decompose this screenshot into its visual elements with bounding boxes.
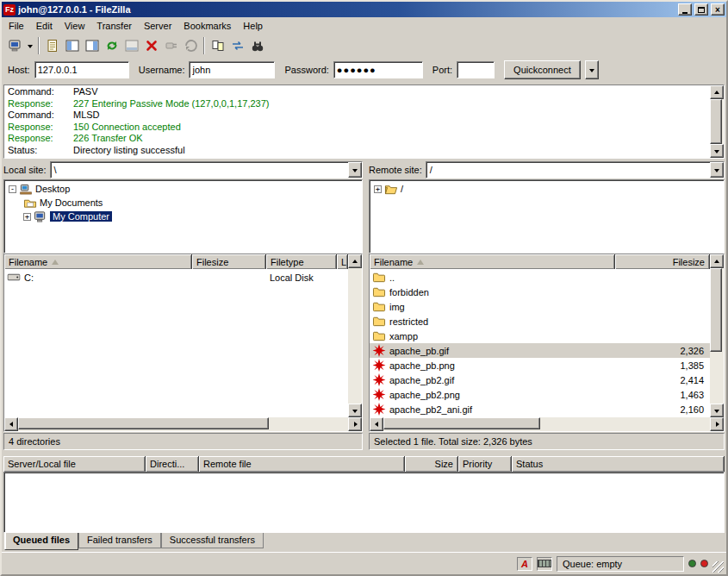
scroll-track[interactable] [18, 417, 348, 431]
disconnect-icon[interactable] [161, 36, 181, 55]
scroll-right-button[interactable] [710, 417, 724, 431]
combo-dropdown-button[interactable] [348, 162, 362, 178]
host-input[interactable] [34, 61, 129, 78]
image-file-icon [372, 344, 386, 357]
port-label: Port: [432, 65, 452, 75]
menu-view[interactable]: View [59, 18, 91, 34]
column-header-filetype[interactable]: Filetype [266, 254, 337, 269]
scroll-left-button[interactable] [370, 417, 383, 431]
reconnect-icon[interactable] [181, 36, 201, 55]
local-list-header: Filename Filesize Filetype L [4, 254, 348, 269]
menu-edit[interactable]: Edit [30, 18, 59, 34]
file-row[interactable]: restricted [370, 314, 710, 329]
menu-help[interactable]: Help [237, 18, 269, 34]
log-scrollbar[interactable] [710, 85, 724, 158]
file-row[interactable]: apache_pb2.png1,463 [370, 387, 710, 402]
column-header-server-local-file[interactable]: Server/Local file [3, 456, 146, 472]
tree-item-my-computer[interactable]: + My Computer [19, 210, 362, 223]
local-site-combo[interactable]: \ [50, 161, 363, 178]
scroll-track[interactable] [710, 99, 724, 144]
column-header-remote-file[interactable]: Remote file [199, 456, 405, 472]
triangle-up-icon [714, 257, 719, 263]
column-header-size[interactable]: Size [405, 456, 458, 472]
tab-queued-files[interactable]: Queued files [4, 533, 78, 550]
column-header-direction[interactable]: Directi... [146, 456, 199, 472]
scroll-track[interactable] [383, 417, 710, 431]
maximize-button[interactable] [694, 3, 708, 16]
file-row[interactable]: xampp [370, 329, 710, 343]
site-manager-dropdown-icon[interactable] [25, 36, 35, 55]
synchronized-browsing-icon[interactable] [227, 36, 247, 55]
scroll-thumb[interactable] [18, 417, 269, 429]
file-row[interactable]: .. [370, 270, 710, 285]
menu-transfer[interactable]: Transfer [90, 18, 138, 34]
keyboard-icon[interactable] [537, 557, 552, 571]
titlebar[interactable]: Fz john@127.0.0.1 - FileZilla × [2, 2, 726, 17]
file-row[interactable]: apache_pb.png1,385 [370, 358, 710, 373]
file-row-selected[interactable]: apache_pb.gif2,326 [370, 343, 710, 358]
tab-successful-transfers[interactable]: Successful transfers [161, 533, 264, 548]
file-row[interactable]: apache_pb2_ani.gif2,160 [370, 402, 710, 416]
username-input[interactable] [189, 61, 275, 78]
password-input[interactable] [333, 61, 423, 78]
column-header-filename[interactable]: Filename [4, 254, 192, 269]
local-list-hscrollbar[interactable] [4, 417, 362, 431]
file-row[interactable]: apache_pb2.gif2,414 [370, 373, 710, 387]
tree-item-my-documents[interactable]: My Documents [19, 196, 362, 210]
scroll-down-button[interactable] [348, 404, 362, 417]
remote-site-combo[interactable]: / [426, 161, 725, 178]
combo-dropdown-button[interactable] [710, 162, 724, 178]
tree-item-root[interactable]: + / [370, 182, 724, 196]
tab-failed-transfers[interactable]: Failed transfers [78, 533, 161, 548]
scroll-up-button[interactable] [348, 254, 362, 268]
toggle-local-tree-icon[interactable] [62, 36, 82, 55]
column-header-status[interactable]: Status [512, 456, 725, 472]
scroll-down-button[interactable] [710, 404, 724, 417]
column-header-priority[interactable]: Priority [458, 456, 512, 472]
scroll-thumb[interactable] [383, 417, 540, 429]
port-input[interactable] [457, 61, 495, 78]
file-row[interactable]: forbidden [370, 285, 710, 299]
directory-compare-icon[interactable] [208, 36, 227, 55]
scroll-down-button[interactable] [710, 144, 724, 158]
column-header-partial[interactable]: L [337, 254, 348, 269]
column-header-filesize[interactable]: Filesize [615, 254, 710, 269]
find-files-icon[interactable] [247, 36, 267, 55]
process-queue-icon[interactable] [121, 36, 141, 55]
transfer-type-icon[interactable]: A [517, 557, 532, 571]
scroll-track[interactable] [348, 268, 362, 404]
site-manager-icon[interactable] [5, 36, 25, 55]
tree-item-desktop[interactable]: - Desktop [4, 182, 362, 196]
menu-bookmarks[interactable]: Bookmarks [177, 18, 237, 34]
toggle-remote-tree-icon[interactable] [82, 36, 102, 55]
scroll-up-button[interactable] [710, 85, 724, 99]
scroll-thumb[interactable] [710, 268, 722, 352]
cancel-icon[interactable] [141, 36, 161, 55]
file-row[interactable]: C: Local Disk [4, 270, 348, 285]
scroll-thumb[interactable] [710, 99, 722, 144]
file-row[interactable]: img [370, 299, 710, 314]
scroll-right-button[interactable] [348, 417, 362, 431]
minimize-button[interactable] [678, 3, 692, 16]
expand-box-icon[interactable]: + [23, 213, 31, 221]
resize-grip[interactable] [712, 561, 724, 573]
scroll-left-button[interactable] [4, 417, 18, 431]
expand-box-icon[interactable]: + [374, 185, 382, 193]
remote-list-hscrollbar[interactable] [370, 417, 724, 431]
column-header-filename[interactable]: Filename [370, 254, 615, 269]
scroll-track[interactable] [710, 268, 724, 404]
collapse-box-icon[interactable]: - [9, 185, 16, 193]
quickconnect-button[interactable]: Quickconnect [504, 60, 581, 79]
queue-body[interactable] [3, 472, 725, 533]
quickconnect-dropdown-button[interactable] [585, 60, 599, 79]
remote-list-vscrollbar[interactable] [710, 254, 724, 417]
column-header-filesize[interactable]: Filesize [192, 254, 266, 269]
menu-server[interactable]: Server [138, 18, 177, 34]
local-status-text: 4 directories [3, 433, 363, 450]
menu-file[interactable]: File [3, 18, 30, 34]
toggle-message-log-icon[interactable] [42, 36, 62, 55]
close-button[interactable]: × [711, 3, 725, 16]
local-list-vscrollbar[interactable] [348, 254, 362, 417]
refresh-icon[interactable] [102, 36, 121, 55]
scroll-up-button[interactable] [710, 254, 724, 268]
